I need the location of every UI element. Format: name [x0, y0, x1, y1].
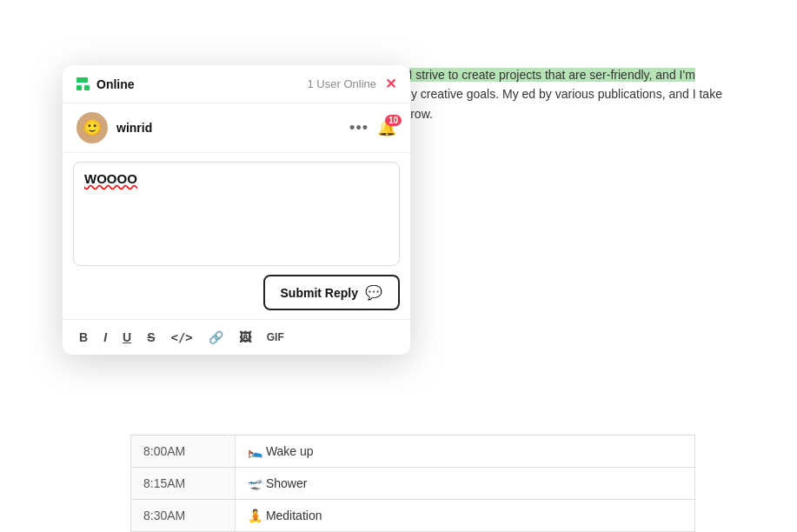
table-row: 8:15AM 🛫 Shower [131, 468, 695, 500]
schedule-table: 8:00AM 🛌 Wake up 8:15AM 🛫 Shower 8:30AM … [130, 435, 695, 532]
link-icon: 🔗 [209, 330, 223, 344]
strike-icon: S [147, 330, 155, 344]
table-row: 8:00AM 🛌 Wake up [131, 436, 695, 468]
activity-cell: 🛌 Wake up [236, 436, 695, 468]
time-cell: 8:15AM [131, 468, 236, 500]
more-options-button[interactable]: ••• [349, 119, 369, 137]
image-icon: 🖼 [239, 330, 251, 344]
close-button[interactable]: ✕ [385, 76, 396, 92]
chat-panel: Online 1 User Online ✕ 🙂 winrid ••• 🔔 10… [63, 65, 410, 355]
highlighted-text: I strive to create projects that are ser… [409, 68, 695, 82]
logo-icon [76, 77, 90, 90]
bold-button[interactable]: B [73, 327, 94, 348]
time-cell: 8:30AM [131, 500, 236, 532]
code-button[interactable]: </> [164, 327, 198, 348]
italic-icon: I [103, 330, 107, 344]
bold-icon: B [79, 330, 88, 344]
link-button[interactable]: 🔗 [203, 327, 229, 348]
logo-dot [76, 85, 82, 90]
image-button[interactable]: 🖼 [233, 327, 257, 348]
submit-row: Submit Reply 💬 [63, 275, 410, 319]
time-cell: 8:00AM [131, 436, 236, 468]
strikethrough-button[interactable]: S [141, 327, 161, 348]
logo-dot [76, 77, 88, 83]
gif-button[interactable]: GIF [261, 328, 290, 347]
gif-label: GIF [267, 331, 284, 343]
code-icon: </> [170, 330, 192, 344]
italic-button[interactable]: I [97, 327, 113, 348]
underline-icon: U [123, 330, 131, 344]
editor-content: WOOOO [84, 171, 137, 186]
user-count-label: 1 User Online [308, 77, 376, 90]
logo-dot [84, 85, 90, 90]
online-status: Online [96, 77, 135, 91]
header-left: Online [76, 77, 135, 91]
activity-cell: 🧘 Meditation [236, 500, 695, 532]
user-row: 🙂 winrid ••• 🔔 10 [63, 103, 410, 153]
chat-icon: 💬 [365, 284, 382, 301]
reply-editor[interactable]: WOOOO [73, 162, 400, 266]
underline-button[interactable]: U [116, 327, 137, 348]
username: winrid [116, 121, 341, 135]
notification-badge: 10 [385, 115, 402, 126]
formatting-toolbar: B I U S </> 🔗 🖼 GIF [63, 319, 410, 355]
activity-cell: 🛫 Shower [236, 468, 695, 500]
submit-reply-button[interactable]: Submit Reply 💬 [263, 275, 400, 310]
panel-header: Online 1 User Online ✕ [63, 65, 410, 103]
avatar: 🙂 [76, 112, 108, 143]
table-row: 8:30AM 🧘 Meditation [131, 500, 695, 532]
notifications-button[interactable]: 🔔 10 [377, 118, 396, 137]
submit-reply-label: Submit Reply [281, 286, 358, 300]
